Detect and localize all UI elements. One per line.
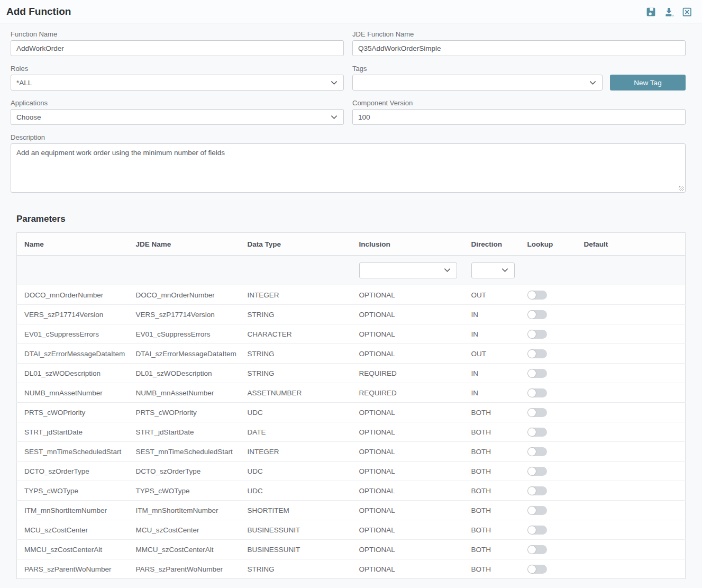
- param-direction-cell: BOTH: [464, 442, 520, 462]
- table-header-row: Name JDE Name Data Type Inclusion Direct…: [17, 233, 686, 256]
- toggle-knob: [528, 506, 536, 514]
- param-lookup-cell: [520, 422, 577, 442]
- param-lookup-cell: [520, 442, 577, 462]
- lookup-toggle[interactable]: [527, 506, 547, 515]
- param-direction-cell: IN: [464, 305, 520, 324]
- param-name-cell: VERS_szP17714Version: [17, 305, 129, 324]
- table-row: SEST_mnTimeScheduledStart SEST_mnTimeSch…: [17, 442, 686, 462]
- table-row: DCTO_szOrderType DCTO_szOrderType UDC OP…: [17, 462, 686, 481]
- lookup-toggle[interactable]: [527, 486, 547, 495]
- header-icons: [645, 6, 696, 17]
- param-inclusion-cell: OPTIONAL: [352, 324, 464, 344]
- param-data-type-cell: INTEGER: [240, 285, 352, 305]
- param-name-cell: DOCO_mnOrderNumber: [17, 285, 129, 305]
- column-header-name: Name: [17, 233, 129, 256]
- param-inclusion-cell: OPTIONAL: [352, 481, 464, 501]
- toggle-knob: [528, 428, 536, 436]
- param-lookup-cell: [520, 501, 577, 520]
- param-inclusion-cell: OPTIONAL: [352, 344, 464, 364]
- lookup-toggle[interactable]: [527, 349, 547, 358]
- lookup-toggle[interactable]: [527, 408, 547, 417]
- param-jde-name-cell: NUMB_mnAssetNumber: [129, 383, 240, 403]
- param-lookup-cell: [520, 324, 577, 344]
- lookup-toggle[interactable]: [527, 291, 547, 300]
- component-version-input[interactable]: [352, 109, 686, 125]
- param-inclusion-cell: OPTIONAL: [352, 422, 464, 442]
- description-textarea[interactable]: Add an equipment work order using the mi…: [11, 143, 686, 193]
- param-name-cell: ITM_mnShortItemNumber: [17, 501, 129, 520]
- function-name-input[interactable]: [11, 40, 344, 56]
- param-data-type-cell: STRING: [240, 559, 352, 579]
- table-row: MCU_szCostCenter MCU_szCostCenter BUSINE…: [17, 520, 686, 540]
- param-inclusion-cell: OPTIONAL: [352, 403, 464, 422]
- param-direction-cell: IN: [464, 364, 520, 383]
- param-jde-name-cell: VERS_szP17714Version: [129, 305, 240, 324]
- param-data-type-cell: UDC: [240, 403, 352, 422]
- jde-function-name-input[interactable]: [352, 40, 686, 56]
- direction-filter-select[interactable]: [471, 263, 515, 278]
- param-name-cell: DCTO_szOrderType: [17, 462, 129, 481]
- param-lookup-cell: [520, 559, 577, 579]
- save-icon[interactable]: [645, 6, 657, 17]
- param-lookup-cell: [520, 520, 577, 540]
- new-tag-button[interactable]: New Tag: [610, 75, 686, 91]
- lookup-toggle[interactable]: [527, 526, 547, 535]
- lookup-toggle[interactable]: [527, 428, 547, 437]
- param-default-cell: [577, 442, 686, 462]
- toggle-knob: [528, 389, 536, 397]
- param-name-cell: EV01_cSuppressErrors: [17, 324, 129, 344]
- component-version-field-group: Component Version: [352, 99, 686, 125]
- param-name-cell: MMCU_szCostCenterAlt: [17, 540, 129, 559]
- param-name-cell: PRTS_cWOPriority: [17, 403, 129, 422]
- param-direction-cell: BOTH: [464, 540, 520, 559]
- param-default-cell: [577, 559, 686, 579]
- download-icon[interactable]: [663, 6, 674, 17]
- table-row: TYPS_cWOType TYPS_cWOType UDC OPTIONAL B…: [17, 481, 686, 501]
- param-jde-name-cell: EV01_cSuppressErrors: [129, 324, 240, 344]
- param-inclusion-cell: OPTIONAL: [352, 559, 464, 579]
- description-label: Description: [11, 133, 686, 141]
- param-jde-name-cell: SEST_mnTimeScheduledStart: [129, 442, 240, 462]
- toggle-knob: [528, 369, 536, 377]
- chevron-down-icon: [330, 79, 338, 87]
- lookup-toggle[interactable]: [527, 565, 547, 574]
- param-data-type-cell: STRING: [240, 364, 352, 383]
- lookup-toggle[interactable]: [527, 330, 547, 339]
- param-data-type-cell: STRING: [240, 344, 352, 364]
- lookup-toggle[interactable]: [527, 545, 547, 554]
- lookup-toggle[interactable]: [527, 369, 547, 378]
- param-lookup-cell: [520, 344, 577, 364]
- param-default-cell: [577, 540, 686, 559]
- table-row: DOCO_mnOrderNumber DOCO_mnOrderNumber IN…: [17, 285, 686, 305]
- toggle-knob: [528, 467, 536, 475]
- applications-field-group: Applications Choose: [11, 99, 344, 125]
- param-name-cell: MCU_szCostCenter: [17, 520, 129, 540]
- close-icon[interactable]: [681, 6, 692, 17]
- table-row: STRT_jdStartDate STRT_jdStartDate DATE O…: [17, 422, 686, 442]
- column-header-inclusion: Inclusion: [352, 233, 464, 256]
- table-row: PARS_szParentWoNumber PARS_szParentWoNum…: [17, 559, 686, 579]
- param-data-type-cell: BUSINESSUNIT: [240, 520, 352, 540]
- lookup-toggle[interactable]: [527, 467, 547, 476]
- inclusion-filter-select[interactable]: [359, 263, 457, 278]
- roles-select[interactable]: *ALL: [11, 75, 344, 91]
- param-lookup-cell: [520, 383, 577, 403]
- param-jde-name-cell: MMCU_szCostCenterAlt: [129, 540, 240, 559]
- lookup-toggle[interactable]: [527, 447, 547, 456]
- param-lookup-cell: [520, 305, 577, 324]
- toggle-knob: [528, 330, 536, 338]
- table-row: ITM_mnShortItemNumber ITM_mnShortItemNum…: [17, 501, 686, 520]
- param-default-cell: [577, 285, 686, 305]
- lookup-toggle[interactable]: [527, 310, 547, 319]
- textarea-resize-handle[interactable]: [679, 186, 684, 191]
- column-header-lookup: Lookup: [520, 233, 577, 256]
- tags-select[interactable]: [352, 75, 603, 91]
- table-row: PRTS_cWOPriority PRTS_cWOPriority UDC OP…: [17, 403, 686, 422]
- param-data-type-cell: ASSETNUMBER: [240, 383, 352, 403]
- param-lookup-cell: [520, 403, 577, 422]
- param-name-cell: STRT_jdStartDate: [17, 422, 129, 442]
- toggle-knob: [528, 311, 536, 319]
- lookup-toggle[interactable]: [527, 388, 547, 397]
- applications-select[interactable]: Choose: [11, 109, 344, 125]
- chevron-down-icon: [501, 266, 509, 274]
